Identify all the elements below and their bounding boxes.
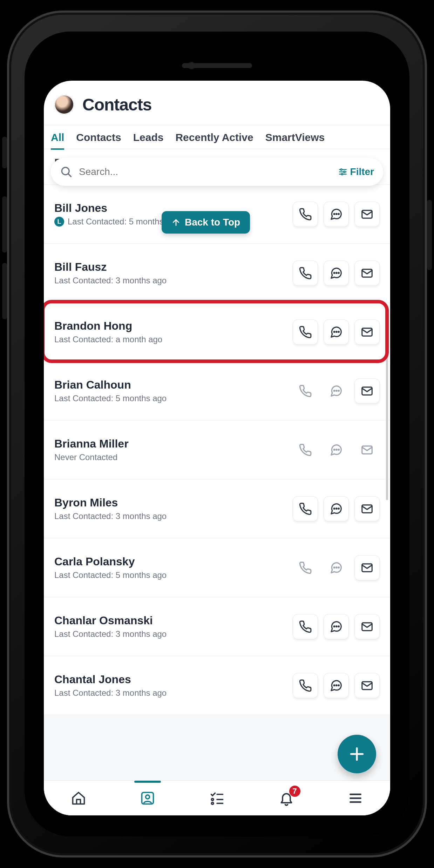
chat-icon — [330, 208, 343, 221]
nav-tasks[interactable] — [208, 789, 226, 807]
chat-button[interactable] — [324, 437, 349, 463]
chat-button[interactable] — [324, 261, 349, 286]
chat-button[interactable] — [324, 202, 349, 227]
phone-button[interactable] — [293, 437, 318, 463]
svg-point-14 — [338, 213, 339, 214]
tab-all[interactable]: All — [51, 132, 64, 150]
contact-subtext: Last Contacted: 5 months ago — [54, 570, 167, 580]
nav-menu[interactable] — [346, 789, 365, 807]
last-contacted-text: Last Contacted: 3 months ago — [54, 688, 167, 698]
search-input[interactable] — [79, 166, 338, 177]
phone-button[interactable] — [293, 319, 318, 345]
phone-button[interactable] — [293, 496, 318, 522]
mail-button[interactable] — [354, 614, 380, 639]
mail-icon — [360, 679, 374, 692]
contact-subtext: Last Contacted: 3 months ago — [54, 688, 167, 698]
search-icon — [60, 166, 73, 178]
mail-button[interactable] — [354, 437, 380, 463]
bottom-nav: 7 — [44, 780, 390, 815]
contacts-list[interactable]: Beth RavinLBill JonesLLast Contacted: 5 … — [44, 156, 390, 780]
tab-smartviews[interactable]: SmartViews — [265, 132, 325, 148]
contact-row[interactable]: Brianna MillerNever Contacted — [44, 420, 390, 479]
back-to-top-button[interactable]: Back to Top — [162, 211, 250, 234]
contact-row[interactable]: Byron MilesLast Contacted: 3 months ago — [44, 479, 390, 538]
chat-button[interactable] — [324, 319, 349, 345]
contact-subtext: Last Contacted: 3 months ago — [54, 629, 167, 639]
nav-home[interactable] — [69, 789, 88, 807]
profile-avatar[interactable] — [54, 95, 74, 114]
search-bar: Filter — [51, 158, 383, 186]
last-contacted-text: Last Contacted: a month ago — [54, 335, 162, 344]
last-contacted-text: Last Contacted: 5 months ago — [54, 570, 167, 580]
contact-name: Byron Miles — [54, 496, 167, 509]
earpiece — [182, 63, 252, 68]
phone-button[interactable] — [293, 673, 318, 698]
contact-row[interactable]: Chantal JonesLast Contacted: 3 months ag… — [44, 656, 390, 715]
contact-row[interactable]: Chanlar OsmanskiLast Contacted: 3 months… — [44, 597, 390, 656]
nav-contacts[interactable] — [138, 789, 157, 807]
svg-point-40 — [334, 626, 335, 627]
tab-contacts[interactable]: Contacts — [76, 132, 121, 148]
chat-button[interactable] — [324, 496, 349, 522]
svg-point-12 — [334, 213, 335, 214]
tab-recently-active[interactable]: Recently Active — [175, 132, 253, 148]
mail-button[interactable] — [354, 555, 380, 580]
mail-button[interactable] — [354, 261, 380, 286]
mail-icon — [360, 561, 374, 574]
phone-button[interactable] — [293, 261, 318, 286]
mail-button[interactable] — [354, 496, 380, 522]
svg-point-17 — [336, 272, 337, 273]
svg-point-34 — [338, 508, 339, 509]
last-contacted-text: Last Contacted: 3 months ago — [54, 629, 167, 639]
nav-notifications[interactable]: 7 — [277, 789, 296, 807]
add-contact-fab[interactable] — [338, 735, 376, 773]
contact-row[interactable]: Carla PolanskyLast Contacted: 5 months a… — [44, 538, 390, 597]
phone-icon — [299, 679, 312, 692]
phone-button[interactable] — [293, 614, 318, 639]
chat-icon — [330, 384, 343, 398]
mail-icon — [360, 208, 374, 221]
mail-button[interactable] — [354, 202, 380, 227]
side-button — [2, 263, 7, 319]
phone-icon — [299, 502, 312, 516]
chat-button[interactable] — [324, 378, 349, 404]
chat-button[interactable] — [324, 614, 349, 639]
contact-row[interactable]: Brian CalhounLast Contacted: 5 months ag… — [44, 362, 390, 420]
svg-point-41 — [336, 626, 337, 627]
chat-icon — [330, 267, 343, 280]
mail-button[interactable] — [354, 378, 380, 404]
contact-subtext: LLast Contacted: 5 months — [54, 217, 164, 227]
phone-icon — [299, 384, 312, 398]
chat-icon — [330, 443, 343, 457]
contact-row[interactable]: Bill FauszLast Contacted: 3 months ago — [44, 244, 390, 303]
phone-icon — [299, 325, 312, 339]
phone-icon — [299, 267, 312, 280]
chat-button[interactable] — [324, 673, 349, 698]
chat-button[interactable] — [324, 555, 349, 580]
svg-point-29 — [336, 449, 337, 450]
filter-button[interactable]: Filter — [338, 166, 374, 177]
app-screen: Contacts AllContactsLeadsRecently Active… — [44, 81, 390, 815]
chat-icon — [330, 620, 343, 633]
scrollbar[interactable] — [386, 332, 388, 500]
mail-icon — [360, 443, 374, 457]
phone-button[interactable] — [293, 555, 318, 580]
tab-leads[interactable]: Leads — [133, 132, 164, 148]
svg-line-1 — [68, 174, 71, 177]
chat-icon — [330, 679, 343, 692]
mail-button[interactable] — [354, 673, 380, 698]
svg-point-28 — [334, 449, 335, 450]
contact-subtext: Last Contacted: 3 months ago — [54, 276, 167, 285]
svg-point-22 — [338, 331, 339, 332]
svg-point-46 — [338, 685, 339, 686]
phone-button[interactable] — [293, 202, 318, 227]
contact-row[interactable]: Brandon HongLast Contacted: a month ago — [44, 303, 390, 362]
svg-point-16 — [334, 272, 335, 273]
svg-point-24 — [334, 390, 335, 391]
contact-subtext: Never Contacted — [54, 452, 129, 462]
last-contacted-text: Last Contacted: 5 months ago — [54, 393, 167, 403]
contact-subtext: Last Contacted: a month ago — [54, 335, 162, 344]
mail-button[interactable] — [354, 319, 380, 345]
svg-point-5 — [344, 171, 345, 173]
phone-button[interactable] — [293, 378, 318, 404]
